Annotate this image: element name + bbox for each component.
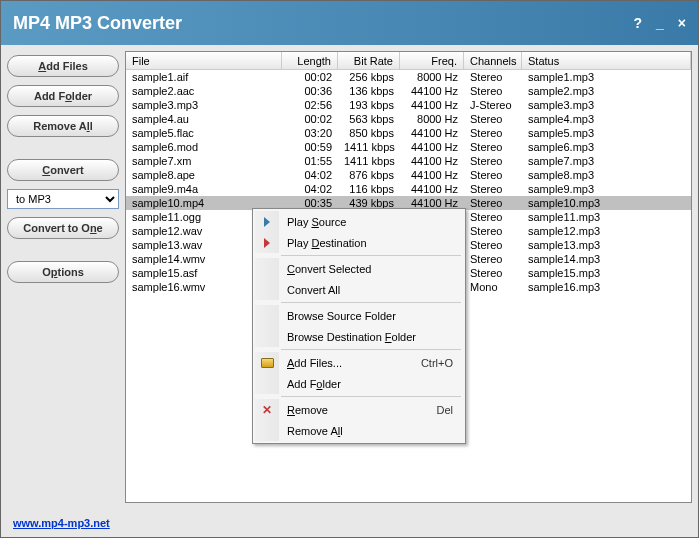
cell: 850 kbps [338, 127, 400, 139]
cell: Stereo [464, 85, 522, 97]
cell: sample2.mp3 [522, 85, 691, 97]
menu-separator [281, 302, 461, 303]
table-row[interactable]: sample5.flac03:20850 kbps44100 HzStereos… [126, 126, 691, 140]
cell: sample12.mp3 [522, 225, 691, 237]
cell: sample6.mod [126, 141, 282, 153]
cell: Stereo [464, 197, 522, 209]
menu-remove[interactable]: ✕ Remove Del [255, 399, 463, 420]
cell: sample5.mp3 [522, 127, 691, 139]
header-bitrate[interactable]: Bit Rate [338, 52, 400, 69]
cell: sample7.xm [126, 155, 282, 167]
cell: 44100 Hz [400, 183, 464, 195]
header-freq[interactable]: Freq. [400, 52, 464, 69]
cell: Stereo [464, 211, 522, 223]
help-button[interactable]: ? [633, 15, 642, 31]
cell: sample4.au [126, 113, 282, 125]
table-row[interactable]: sample1.aif00:02256 kbps8000 HzStereosam… [126, 70, 691, 84]
cell: 00:59 [282, 141, 338, 153]
table-row[interactable]: sample9.m4a04:02116 kbps44100 HzStereosa… [126, 182, 691, 196]
convert-to-one-button[interactable]: Convert to One [7, 217, 119, 239]
menu-convert-all[interactable]: Convert All [255, 279, 463, 300]
titlebar: MP4 MP3 Converter ? _ × [1, 1, 698, 45]
app-window: MP4 MP3 Converter ? _ × Add Files Add Fo… [0, 0, 699, 538]
cell: 8000 Hz [400, 71, 464, 83]
grid-header: File Length Bit Rate Freq. Channels Stat… [126, 52, 691, 70]
delete-icon: ✕ [255, 399, 279, 420]
cell: sample8.mp3 [522, 169, 691, 181]
menu-browse-source[interactable]: Browse Source Folder [255, 305, 463, 326]
cell: Stereo [464, 169, 522, 181]
window-body: Add Files Add Folder Remove All Convert … [1, 45, 698, 509]
add-files-button[interactable]: Add Files [7, 55, 119, 77]
cell: sample15.mp3 [522, 267, 691, 279]
remove-all-button[interactable]: Remove All [7, 115, 119, 137]
menu-remove-all[interactable]: Remove All [255, 420, 463, 441]
cell: 563 kbps [338, 113, 400, 125]
menu-separator [281, 396, 461, 397]
cell: 44100 Hz [400, 127, 464, 139]
cell: sample3.mp3 [522, 99, 691, 111]
table-row[interactable]: sample6.mod00:591411 kbps44100 HzStereos… [126, 140, 691, 154]
cell: 1411 kbps [338, 141, 400, 153]
cell: Stereo [464, 113, 522, 125]
minimize-button[interactable]: _ [656, 15, 664, 31]
cell: Stereo [464, 253, 522, 265]
table-row[interactable]: sample3.mp302:56193 kbps44100 HzJ-Stereo… [126, 98, 691, 112]
menu-separator [281, 255, 461, 256]
close-button[interactable]: × [678, 15, 686, 31]
cell: 44100 Hz [400, 99, 464, 111]
options-button[interactable]: Options [7, 261, 119, 283]
folder-open-icon [255, 352, 279, 373]
cell: 04:02 [282, 183, 338, 195]
cell: 1411 kbps [338, 155, 400, 167]
cell: sample11.mp3 [522, 211, 691, 223]
header-channels[interactable]: Channels [464, 52, 522, 69]
header-length[interactable]: Length [282, 52, 338, 69]
cell: Stereo [464, 225, 522, 237]
sidebar: Add Files Add Folder Remove All Convert … [7, 51, 119, 503]
cell: 193 kbps [338, 99, 400, 111]
menu-play-source[interactable]: Play Source [255, 211, 463, 232]
format-select[interactable]: to MP3 [7, 189, 119, 209]
table-row[interactable]: sample8.ape04:02876 kbps44100 HzStereosa… [126, 168, 691, 182]
menu-browse-destination[interactable]: Browse Destination Folder [255, 326, 463, 347]
cell: Stereo [464, 239, 522, 251]
menu-convert-selected[interactable]: Convert Selected [255, 258, 463, 279]
table-row[interactable]: sample7.xm01:551411 kbps44100 HzStereosa… [126, 154, 691, 168]
menu-add-folder[interactable]: Add Folder [255, 373, 463, 394]
cell: 44100 Hz [400, 169, 464, 181]
cell: sample13.mp3 [522, 239, 691, 251]
convert-button[interactable]: Convert [7, 159, 119, 181]
menu-play-destination[interactable]: Play Destination [255, 232, 463, 253]
menu-add-files[interactable]: Add Files... Ctrl+O [255, 352, 463, 373]
cell: 00:36 [282, 85, 338, 97]
cell: 44100 Hz [400, 85, 464, 97]
table-row[interactable]: sample4.au00:02563 kbps8000 HzStereosamp… [126, 112, 691, 126]
cell: J-Stereo [464, 99, 522, 111]
app-title: MP4 MP3 Converter [13, 13, 633, 34]
website-link[interactable]: www.mp4-mp3.net [13, 517, 110, 529]
cell: sample1.mp3 [522, 71, 691, 83]
cell: Stereo [464, 141, 522, 153]
cell: 01:55 [282, 155, 338, 167]
cell: sample8.ape [126, 169, 282, 181]
cell: sample14.mp3 [522, 253, 691, 265]
cell: sample3.mp3 [126, 99, 282, 111]
menu-separator [281, 349, 461, 350]
table-row[interactable]: sample2.aac00:36136 kbps44100 HzStereosa… [126, 84, 691, 98]
cell: 876 kbps [338, 169, 400, 181]
cell: sample9.mp3 [522, 183, 691, 195]
add-folder-button[interactable]: Add Folder [7, 85, 119, 107]
cell: Stereo [464, 155, 522, 167]
cell: 116 kbps [338, 183, 400, 195]
header-status[interactable]: Status [522, 52, 691, 69]
cell: sample10.mp3 [522, 197, 691, 209]
cell: 00:02 [282, 71, 338, 83]
cell: sample2.aac [126, 85, 282, 97]
header-file[interactable]: File [126, 52, 282, 69]
cell: Stereo [464, 183, 522, 195]
cell: 256 kbps [338, 71, 400, 83]
cell: 02:56 [282, 99, 338, 111]
cell: 04:02 [282, 169, 338, 181]
cell: sample4.mp3 [522, 113, 691, 125]
